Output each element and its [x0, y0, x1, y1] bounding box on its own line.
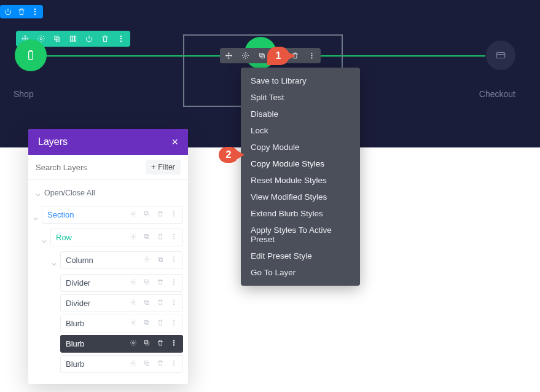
svg-rect-46 [146, 302, 149, 305]
svg-point-1 [34, 11, 36, 12]
search-input[interactable] [36, 163, 141, 172]
svg-point-66 [173, 363, 174, 364]
duplicate-icon[interactable] [143, 278, 151, 288]
more-icon[interactable] [170, 210, 178, 219]
trash-icon[interactable] [17, 7, 26, 16]
svg-rect-57 [145, 341, 148, 344]
trash-icon[interactable] [157, 233, 164, 242]
open-close-label: Open/Close All [44, 189, 95, 197]
more-icon[interactable] [170, 359, 178, 369]
tree-column[interactable]: Column [60, 251, 183, 269]
trash-icon[interactable] [157, 210, 164, 219]
more-icon[interactable] [31, 7, 39, 16]
power-icon[interactable] [85, 34, 93, 43]
duplicate-icon[interactable] [143, 319, 151, 328]
trash-icon[interactable] [157, 319, 164, 328]
menu-item-split-test[interactable]: Split Test [241, 89, 360, 106]
trash-icon[interactable] [157, 339, 164, 348]
duplicate-icon[interactable] [143, 339, 151, 348]
duplicate-icon[interactable] [143, 233, 151, 242]
svg-point-47 [173, 300, 174, 301]
duplicate-icon[interactable] [157, 256, 164, 265]
svg-point-38 [133, 281, 135, 283]
tree-label: Divider [66, 299, 90, 308]
caret-down-icon[interactable] [42, 235, 47, 240]
gear-icon[interactable] [130, 278, 137, 288]
menu-item-reset-module-styles[interactable]: Reset Module Styles [241, 172, 360, 189]
svg-rect-21 [145, 212, 148, 215]
svg-rect-45 [145, 300, 148, 304]
tree-label: Divider [66, 278, 90, 288]
gear-icon[interactable] [130, 319, 137, 328]
svg-rect-34 [160, 259, 163, 262]
more-icon[interactable] [308, 52, 316, 60]
menu-item-copy-module-styles[interactable]: Copy Module Styles [241, 155, 360, 172]
duplicate-icon[interactable] [53, 34, 61, 43]
svg-point-30 [173, 236, 174, 237]
menu-item-copy-module[interactable]: Copy Module [241, 139, 360, 155]
menu-item-edit-preset-style[interactable]: Edit Preset Style [241, 248, 360, 264]
svg-rect-8 [74, 36, 76, 41]
menu-item-go-to-layer[interactable]: Go To Layer [241, 264, 360, 281]
gear-icon[interactable] [130, 359, 137, 369]
more-icon[interactable] [170, 299, 178, 308]
trash-icon[interactable] [157, 278, 164, 288]
svg-point-61 [173, 345, 174, 346]
more-icon[interactable] [117, 34, 125, 43]
more-icon[interactable] [170, 233, 178, 242]
svg-point-42 [173, 281, 174, 283]
tree-item-divider[interactable]: Divider [60, 274, 183, 292]
caret-down-icon[interactable] [33, 213, 38, 218]
duplicate-icon[interactable] [143, 299, 151, 308]
shop-step-circle[interactable] [15, 39, 47, 71]
gear-icon[interactable] [143, 256, 151, 265]
svg-point-55 [173, 324, 174, 326]
duplicate-icon[interactable] [258, 52, 266, 60]
trash-icon[interactable] [101, 34, 109, 43]
menu-item-extend-blurb-styles[interactable]: Extend Blurb Styles [241, 205, 360, 222]
menu-item-save-to-library[interactable]: Save to Library [241, 73, 360, 89]
svg-rect-13 [496, 53, 505, 58]
more-icon[interactable] [170, 278, 178, 288]
svg-point-11 [120, 41, 122, 42]
duplicate-icon[interactable] [143, 210, 151, 219]
trash-icon[interactable] [157, 299, 164, 308]
tree-item-blurb[interactable]: Blurb [60, 355, 183, 373]
svg-point-2 [34, 14, 36, 15]
more-icon[interactable] [170, 256, 178, 265]
gear-icon[interactable] [130, 233, 137, 242]
gear-icon[interactable] [241, 52, 249, 60]
svg-rect-12 [29, 51, 33, 59]
svg-point-9 [120, 36, 122, 37]
tree-section[interactable]: Section [42, 206, 183, 224]
svg-point-44 [133, 302, 135, 304]
open-close-all[interactable]: Open/Close All [33, 184, 183, 203]
menu-item-apply-styles-to-active-preset[interactable]: Apply Styles To Active Preset [241, 222, 360, 248]
power-icon[interactable] [4, 7, 12, 16]
more-icon[interactable] [170, 319, 178, 328]
close-icon[interactable]: × [171, 136, 178, 147]
more-icon[interactable] [170, 339, 178, 348]
gear-icon[interactable] [130, 339, 137, 348]
tree-item-blurb[interactable]: Blurb [60, 315, 183, 332]
columns-icon[interactable] [69, 34, 77, 43]
svg-point-43 [173, 284, 174, 285]
svg-rect-7 [72, 36, 74, 41]
move-icon[interactable] [225, 52, 233, 60]
duplicate-icon[interactable] [143, 359, 151, 369]
menu-item-lock[interactable]: Lock [241, 122, 360, 139]
tree-item-blurb-active[interactable]: Blurb [60, 335, 183, 353]
menu-item-disable[interactable]: Disable [241, 106, 360, 122]
menu-item-view-modified-styles[interactable]: View Modified Styles [241, 189, 360, 205]
tree-row[interactable]: Row [50, 229, 183, 246]
svg-point-20 [133, 213, 135, 215]
gear-icon[interactable] [130, 299, 137, 308]
gear-icon[interactable] [130, 210, 137, 219]
filter-button[interactable]: + Filter [146, 160, 181, 174]
checkout-step-circle[interactable] [486, 41, 515, 70]
caret-down-icon[interactable] [52, 258, 57, 263]
layers-body: Open/Close All Section Row [28, 180, 188, 384]
trash-icon[interactable] [157, 359, 164, 369]
tree-item-divider[interactable]: Divider [60, 294, 183, 312]
context-menu: Save to Library Split Test Disable Lock … [241, 68, 360, 286]
